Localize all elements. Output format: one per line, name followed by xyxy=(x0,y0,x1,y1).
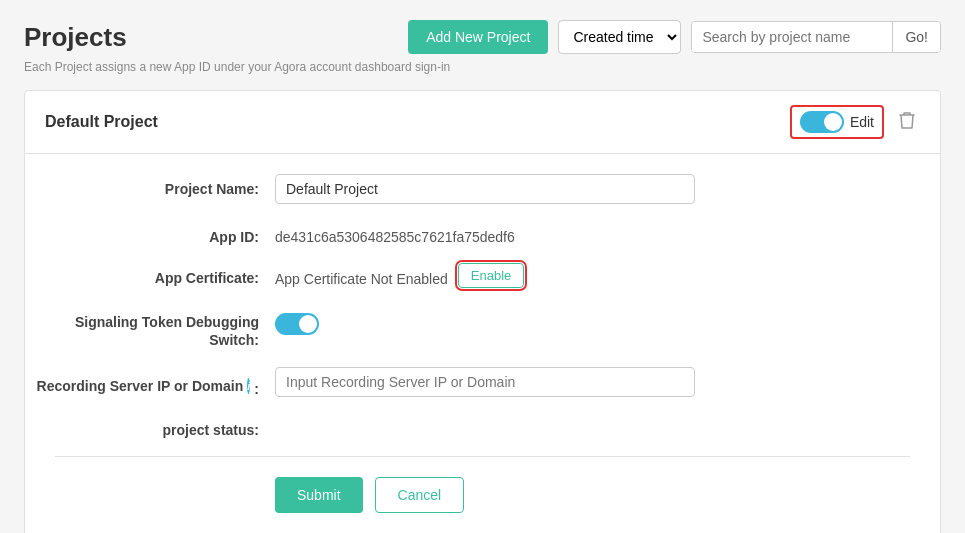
project-card-body: Project Name: App ID: de431c6a5306482585… xyxy=(25,154,940,533)
info-icon[interactable]: i xyxy=(247,378,250,394)
signaling-toggle[interactable] xyxy=(275,313,319,335)
project-status-row: project status: xyxy=(55,415,910,438)
project-name-value xyxy=(275,174,910,204)
add-new-project-button[interactable]: Add New Project xyxy=(408,20,548,54)
app-cert-text: App Certificate Not Enabled xyxy=(275,264,448,287)
signaling-label: Signaling Token Debugging Switch: xyxy=(55,306,275,349)
header-controls: Edit xyxy=(790,105,920,139)
enable-button[interactable]: Enable xyxy=(458,263,524,288)
page-subtitle: Each Project assigns a new App ID under … xyxy=(24,60,941,74)
project-card: Default Project Edit Pro xyxy=(24,90,941,533)
recording-value xyxy=(275,367,910,397)
form-actions: Submit Cancel xyxy=(55,477,910,513)
app-id-text: de431c6a5306482585c7621fa75dedf6 xyxy=(275,222,515,245)
recording-row: Recording Server IP or Domain i : xyxy=(55,367,910,397)
recording-label-wrapper: Recording Server IP or Domain i : xyxy=(55,367,275,397)
project-name-row: Project Name: xyxy=(55,174,910,204)
edit-label: Edit xyxy=(850,114,874,130)
header-actions: Add New Project Created time Go! xyxy=(408,20,941,54)
cancel-button[interactable]: Cancel xyxy=(375,477,465,513)
project-card-title: Default Project xyxy=(45,113,790,131)
form-divider xyxy=(55,456,910,457)
project-status-label: project status: xyxy=(55,415,275,438)
recording-colon: : xyxy=(254,374,259,397)
sort-select[interactable]: Created time xyxy=(558,20,681,54)
app-cert-label: App Certificate: xyxy=(55,263,275,286)
recording-label: Recording Server IP or Domain xyxy=(37,378,244,394)
page-title: Projects xyxy=(24,22,127,53)
app-cert-row: App Certificate: App Certificate Not Ena… xyxy=(55,263,910,288)
signaling-row: Signaling Token Debugging Switch: xyxy=(55,306,910,349)
edit-toggle[interactable] xyxy=(800,111,844,133)
project-card-header: Default Project Edit xyxy=(25,91,940,154)
recording-input[interactable] xyxy=(275,367,695,397)
submit-button[interactable]: Submit xyxy=(275,477,363,513)
app-cert-value: App Certificate Not Enabled Enable xyxy=(275,263,910,288)
app-id-label: App ID: xyxy=(55,222,275,245)
signaling-value xyxy=(275,306,910,335)
edit-toggle-wrapper: Edit xyxy=(790,105,884,139)
app-id-value: de431c6a5306482585c7621fa75dedf6 xyxy=(275,222,910,245)
app-id-row: App ID: de431c6a5306482585c7621fa75dedf6 xyxy=(55,222,910,245)
trash-icon xyxy=(898,110,916,130)
project-name-label: Project Name: xyxy=(55,174,275,197)
project-name-input[interactable] xyxy=(275,174,695,204)
search-input[interactable] xyxy=(692,22,892,52)
search-wrapper: Go! xyxy=(691,21,941,53)
delete-button[interactable] xyxy=(894,106,920,139)
search-button[interactable]: Go! xyxy=(892,22,940,52)
